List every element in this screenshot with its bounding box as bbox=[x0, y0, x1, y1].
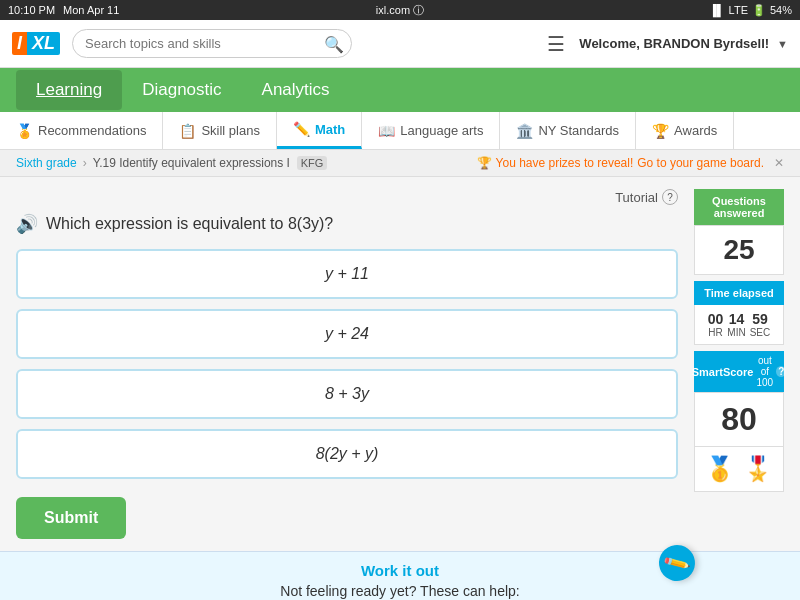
answer-option-a[interactable]: y + 11 bbox=[16, 249, 678, 299]
hr-label: HR bbox=[708, 327, 724, 338]
welcome-text: Welcome, BRANDON Byrdsell! bbox=[579, 36, 769, 51]
battery-level: 54% bbox=[770, 4, 792, 16]
top-nav: IXL 🔍 ☰ Welcome, BRANDON Byrdsell! ▼ bbox=[0, 20, 800, 68]
search-bar[interactable]: 🔍 bbox=[72, 29, 352, 58]
minutes-value: 14 bbox=[727, 311, 745, 327]
submit-button[interactable]: Submit bbox=[16, 497, 126, 539]
status-time: 10:10 PM bbox=[8, 4, 55, 16]
stats-panel: Questions answered 25 Time elapsed 00 HR… bbox=[694, 189, 784, 539]
answer-option-b[interactable]: y + 24 bbox=[16, 309, 678, 359]
signal-icon: ▐▌ bbox=[709, 4, 725, 16]
chevron-down-icon[interactable]: ▼ bbox=[777, 38, 788, 50]
recommendations-icon: 🏅 bbox=[16, 123, 33, 139]
tutorial-row: Tutorial ? bbox=[16, 189, 678, 205]
prize-banner: 🏆 You have prizes to reveal! Go to your … bbox=[477, 156, 784, 170]
time-display: 00 HR 14 MIN 59 SEC bbox=[694, 305, 784, 345]
answer-option-d[interactable]: 8(2y + y) bbox=[16, 429, 678, 479]
smart-score-value: 80 bbox=[694, 392, 784, 447]
hours-value: 00 bbox=[708, 311, 724, 327]
green-nav: Learning Diagnostic Analytics bbox=[0, 68, 800, 112]
math-icon: ✏️ bbox=[293, 121, 310, 137]
work-it-out-subtitle: Not feeling ready yet? These can help: bbox=[10, 583, 790, 599]
lte-badge: LTE bbox=[729, 4, 748, 16]
edit-tool-wrap: ✏️ bbox=[659, 545, 695, 581]
tab-language-arts[interactable]: 📖 Language arts bbox=[362, 112, 500, 149]
nav-learning[interactable]: Learning bbox=[16, 70, 122, 110]
hamburger-icon[interactable]: ☰ bbox=[547, 32, 565, 56]
seconds-value: 59 bbox=[750, 311, 771, 327]
breadcrumb-sep: › bbox=[83, 156, 87, 170]
breadcrumb-skill: Y.19 Identify equivalent expressions I K… bbox=[93, 156, 328, 170]
tutorial-label: Tutorial bbox=[615, 190, 658, 205]
question-area: Tutorial ? 🔊 Which expression is equival… bbox=[16, 189, 678, 539]
search-input[interactable] bbox=[72, 29, 352, 58]
status-bar: 10:10 PM Mon Apr 11 ixl.com ⓘ ▐▌ LTE 🔋 5… bbox=[0, 0, 800, 20]
breadcrumb: Sixth grade › Y.19 Identify equivalent e… bbox=[0, 150, 800, 177]
ny-standards-icon: 🏛️ bbox=[516, 123, 533, 139]
language-arts-icon: 📖 bbox=[378, 123, 395, 139]
skill-plans-icon: 📋 bbox=[179, 123, 196, 139]
status-day: Mon Apr 11 bbox=[63, 4, 119, 16]
info-icon-smart: ? bbox=[776, 366, 786, 377]
battery-icon: 🔋 bbox=[752, 4, 766, 17]
smart-score-label: SmartScore out of 100 ? bbox=[694, 351, 784, 392]
sec-label: SEC bbox=[750, 327, 771, 338]
breadcrumb-grade[interactable]: Sixth grade bbox=[16, 156, 77, 170]
medal-gold-icon: 🥇 bbox=[705, 455, 735, 483]
answer-option-c[interactable]: 8 + 3y bbox=[16, 369, 678, 419]
search-icon: 🔍 bbox=[324, 34, 344, 53]
medals-display: 🥇 🎖️ bbox=[694, 447, 784, 492]
status-right: ▐▌ LTE 🔋 54% bbox=[709, 4, 792, 17]
tab-recommendations[interactable]: 🏅 Recommendations bbox=[0, 112, 163, 149]
trophy-icon: 🏆 bbox=[477, 156, 492, 170]
user-section: ☰ Welcome, BRANDON Byrdsell! ▼ bbox=[547, 32, 788, 56]
tab-math[interactable]: ✏️ Math bbox=[277, 112, 362, 149]
pencil-icon[interactable]: ✏️ bbox=[652, 538, 701, 587]
info-icon: ? bbox=[662, 189, 678, 205]
tab-skill-plans[interactable]: 📋 Skill plans bbox=[163, 112, 277, 149]
main-content: Tutorial ? 🔊 Which expression is equival… bbox=[0, 177, 800, 551]
time-elapsed-label: Time elapsed bbox=[694, 281, 784, 305]
close-icon[interactable]: ✕ bbox=[774, 156, 784, 170]
prize-link[interactable]: Go to your game board. bbox=[637, 156, 764, 170]
secondary-tabs: 🏅 Recommendations 📋 Skill plans ✏️ Math … bbox=[0, 112, 800, 150]
tab-awards[interactable]: 🏆 Awards bbox=[636, 112, 734, 149]
tab-ny-standards[interactable]: 🏛️ NY Standards bbox=[500, 112, 636, 149]
smart-score-out-of: out of 100 bbox=[756, 355, 773, 388]
min-label: MIN bbox=[727, 327, 745, 338]
questions-count: 25 bbox=[694, 225, 784, 275]
audio-icon[interactable]: 🔊 bbox=[16, 213, 38, 235]
question-text: 🔊 Which expression is equivalent to 8(3y… bbox=[16, 213, 678, 235]
nav-diagnostic[interactable]: Diagnostic bbox=[122, 70, 241, 110]
breadcrumb-code: KFG bbox=[297, 156, 328, 170]
nav-analytics[interactable]: Analytics bbox=[242, 70, 350, 110]
logo[interactable]: IXL bbox=[12, 32, 60, 55]
status-url: ixl.com ⓘ bbox=[376, 3, 424, 18]
questions-answered-label: Questions answered bbox=[694, 189, 784, 225]
tutorial-button[interactable]: Tutorial ? bbox=[615, 189, 678, 205]
awards-icon: 🏆 bbox=[652, 123, 669, 139]
medal-blue-icon: 🎖️ bbox=[743, 455, 773, 483]
